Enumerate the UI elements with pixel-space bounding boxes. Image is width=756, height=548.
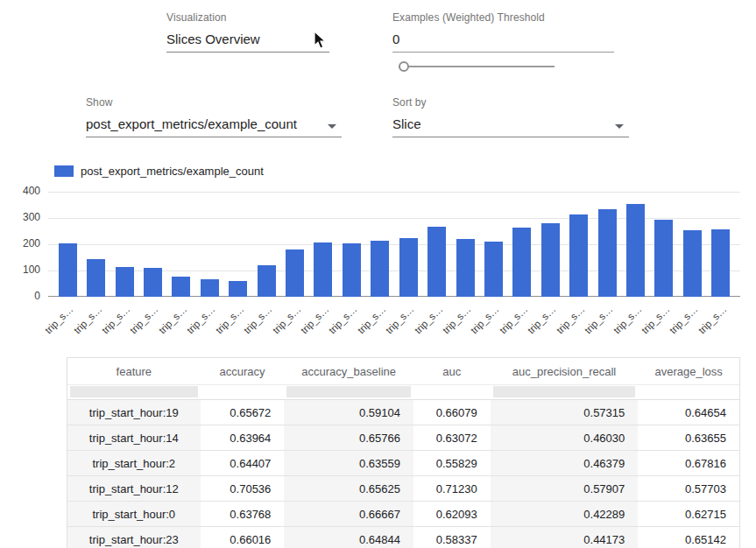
chevron-down-icon [615,124,624,129]
show-control: Show post_export_metrics/example_count [86,96,342,137]
bar [484,242,503,297]
bar [286,249,304,297]
bar [144,268,162,297]
metric-cell: 0.67816 [638,451,739,475]
slider-thumb[interactable] [399,61,409,72]
feature-cell: trip_start_hour:19 [67,400,201,425]
sort-by-value: Slice [392,116,421,131]
filter-cell [201,385,285,399]
threshold-control: Examples (Weighted) Threshold [392,11,614,53]
feature-cell: trip_start_hour:0 [67,502,201,526]
bar [598,209,617,298]
table-filter-row [67,385,739,400]
bar [343,243,361,297]
metric-cell: 0.57703 [638,476,739,501]
filter-box [70,386,198,397]
bar [512,228,531,297]
slider-track[interactable] [399,66,555,67]
metric-cell: 0.62715 [638,502,739,526]
sort-by-control: Sort by Slice [392,96,629,137]
metric-cell: 0.66667 [284,502,413,526]
bar [654,220,673,297]
threshold-label: Examples (Weighted) Threshold [392,11,614,24]
column-header-feature[interactable]: feature [67,358,201,384]
filter-box [286,386,411,397]
column-header-auc[interactable]: auc [413,358,491,384]
metric-cell: 0.65672 [201,400,285,425]
filter-cell [67,385,201,399]
metric-cell: 0.64844 [284,527,413,548]
metric-cell: 0.58337 [413,527,491,548]
column-header-auc_precision_recall[interactable]: auc_precision_recall [491,358,639,384]
bar [116,267,134,297]
metric-cell: 0.62093 [413,502,491,526]
metric-cell: 0.65766 [284,425,413,450]
metric-cell: 0.46379 [491,451,639,475]
legend-label: post_export_metrics/example_count [81,165,264,178]
threshold-input[interactable] [392,29,614,53]
metric-cell: 0.46030 [491,425,639,450]
threshold-slider[interactable] [399,60,555,73]
feature-cell: trip_start_hour:23 [67,527,201,548]
metric-cell: 0.71230 [413,476,491,501]
bar [87,259,105,297]
metric-cell: 0.57907 [491,476,639,501]
bar [371,241,389,297]
bar [172,277,190,297]
table-header-row: featureaccuracyaccuracy_baselineaucauc_p… [67,358,739,385]
bar [258,265,276,297]
show-label: Show [86,96,342,109]
y-axis-tick-label: 200 [7,237,40,249]
bar [541,223,560,297]
metric-cell: 0.63655 [638,425,739,450]
metric-cell: 0.42289 [491,502,639,526]
show-dropdown[interactable]: post_export_metrics/example_count [86,114,342,137]
bar [711,229,730,297]
y-axis: 0100200300400 [7,187,40,310]
sort-by-label: Sort by [392,96,629,109]
metric-cell: 0.63559 [284,451,413,475]
metric-cell: 0.63964 [201,425,285,450]
metrics-table: featureaccuracyaccuracy_baselineaucauc_p… [67,357,740,548]
bar [59,243,77,298]
table-row[interactable]: trip_start_hour:230.660160.648440.583370… [67,527,739,548]
bar [569,214,588,298]
metric-cell: 0.66079 [413,400,491,425]
feature-cell: trip_start_hour:12 [67,476,201,501]
visualization-control: Visualization Slices Overview [166,11,329,53]
visualization-label: Visualization [166,11,329,24]
show-value: post_export_metrics/example_count [86,116,297,131]
metric-cell: 0.55829 [413,451,491,475]
gridline [48,192,740,193]
bar [626,204,645,297]
table-row[interactable]: trip_start_hour:00.637680.666670.620930.… [67,502,739,527]
y-axis-tick-label: 400 [7,185,40,197]
filter-box [493,386,636,397]
table-row[interactable]: trip_start_hour:20.644070.635590.558290.… [67,451,739,476]
table-body: trip_start_hour:190.656720.591040.660790… [67,400,739,548]
bar [399,238,418,297]
legend-swatch [54,165,74,177]
filter-cell [413,385,491,399]
column-header-average_loss[interactable]: average_loss [638,358,739,384]
metric-cell: 0.63072 [413,425,491,450]
metric-cell: 0.66016 [201,527,285,548]
mouse-cursor-icon [313,31,329,53]
filter-cell [284,385,413,399]
metric-cell: 0.64407 [201,451,285,475]
metric-cell: 0.65142 [638,527,739,548]
metric-cell: 0.64654 [638,400,739,425]
chevron-down-icon [328,124,336,129]
visualization-dropdown[interactable]: Slices Overview [166,29,329,53]
table-row[interactable]: trip_start_hour:190.656720.591040.660790… [67,400,739,425]
table-row[interactable]: trip_start_hour:140.639640.657660.630720… [67,425,739,451]
table-row[interactable]: trip_start_hour:120.705360.656250.712300… [67,476,739,502]
bar [427,227,446,297]
column-header-accuracy_baseline[interactable]: accuracy_baseline [284,358,413,384]
feature-cell: trip_start_hour:2 [67,451,201,475]
column-header-accuracy[interactable]: accuracy [201,358,285,384]
filter-cell [491,385,639,399]
sort-by-dropdown[interactable]: Slice [392,114,629,137]
y-axis-tick-label: 300 [7,211,40,223]
chart-plot-area: trip_s…trip_s…trip_s…trip_s…trip_s…trip_… [48,192,740,297]
